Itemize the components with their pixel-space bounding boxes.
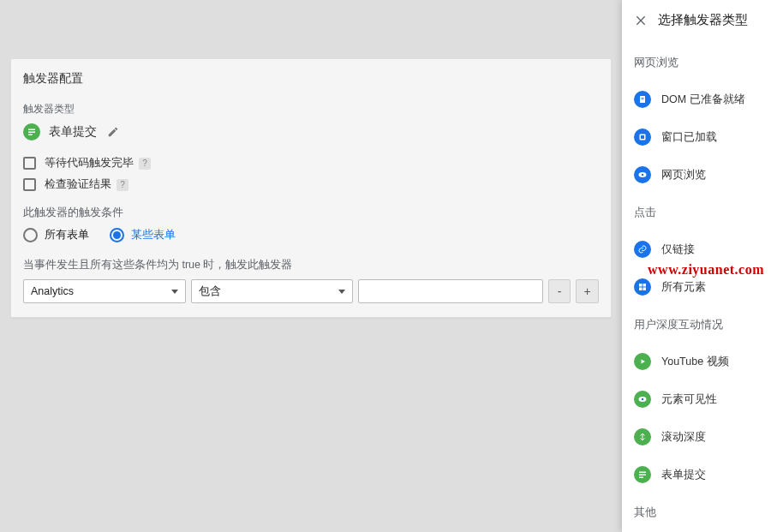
chevron-down-icon (171, 290, 178, 294)
radio-all-forms[interactable]: 所有表单 (23, 227, 89, 242)
svg-rect-13 (643, 288, 647, 291)
radio-group: 所有表单 某些表单 (23, 227, 599, 242)
wait-tags-label: 等待代码触发完毕 (45, 156, 134, 170)
panel-title: 选择触发器类型 (658, 12, 748, 28)
svg-rect-2 (28, 134, 33, 136)
main-area: 触发器配置 触发器类型 表单提交 等待代码触发完毕 ? 检查验证结果 ? 此触发… (0, 0, 622, 532)
trigger-option-youtube-video[interactable]: YouTube 视频 (634, 343, 759, 380)
svg-rect-4 (642, 98, 644, 99)
close-icon[interactable] (634, 14, 648, 27)
radio-some-forms[interactable]: 某些表单 (110, 227, 176, 242)
trigger-option-window-loaded[interactable]: 窗口已加载 (634, 118, 759, 156)
trigger-option-label: 窗口已加载 (661, 130, 717, 145)
doc-icon (634, 91, 651, 108)
value-input[interactable] (358, 279, 543, 303)
trigger-config-card: 触发器配置 触发器类型 表单提交 等待代码触发完毕 ? 检查验证结果 ? 此触发… (10, 58, 612, 318)
group-label: 网页浏览 (634, 56, 759, 70)
trigger-option-label: 所有元素 (661, 280, 706, 295)
panel-header: 选择触发器类型 (622, 0, 771, 44)
trigger-type-row: 表单提交 (23, 123, 599, 140)
help-icon[interactable]: ? (139, 158, 151, 170)
svg-rect-1 (28, 132, 35, 134)
form-icon (634, 466, 651, 483)
svg-rect-5 (642, 99, 644, 100)
trigger-option-link-only[interactable]: 仅链接 (634, 230, 759, 268)
trigger-option-form-submit[interactable]: 表单提交 (634, 456, 759, 493)
group-label: 用户深度互动情况 (634, 318, 759, 332)
trigger-option-dom-ready[interactable]: DOM 已准备就绪 (634, 81, 759, 118)
condition-header: 此触发器的触发条件 (23, 206, 599, 220)
wait-tags-checkbox-row: 等待代码触发完毕 ? (23, 156, 599, 170)
check-validation-checkbox-row: 检查验证结果 ? (23, 177, 599, 192)
svg-rect-18 (639, 477, 643, 479)
trigger-type-label: 触发器类型 (23, 102, 599, 117)
add-condition-button[interactable]: + (576, 279, 599, 303)
radio-some-forms-label: 某些表单 (131, 227, 176, 242)
wait-tags-checkbox[interactable] (23, 157, 36, 170)
panel-body: 网页浏览DOM 已准备就绪窗口已加载网页浏览点击仅链接所有元素用户深度互动情况Y… (622, 56, 771, 520)
eye-icon (634, 391, 651, 408)
trigger-option-scroll-depth[interactable]: 滚动深度 (634, 418, 759, 456)
trigger-option-page-view[interactable]: 网页浏览 (634, 156, 759, 194)
svg-point-9 (642, 174, 644, 176)
svg-rect-12 (639, 288, 642, 291)
trigger-option-label: DOM 已准备就绪 (661, 93, 745, 107)
operator-select-value: 包含 (199, 284, 221, 299)
svg-rect-10 (639, 284, 642, 287)
svg-rect-16 (639, 472, 646, 474)
variable-select-value: Analytics (31, 285, 74, 297)
eye-icon (634, 166, 651, 183)
edit-icon[interactable] (107, 126, 119, 138)
play-icon (634, 353, 651, 370)
group-label: 其他 (634, 505, 759, 520)
trigger-option-label: 元素可见性 (661, 392, 717, 407)
svg-rect-7 (641, 135, 644, 139)
svg-point-15 (642, 398, 644, 401)
form-icon (23, 123, 40, 140)
trigger-option-all-elements[interactable]: 所有元素 (634, 268, 759, 306)
trigger-type-value: 表单提交 (49, 124, 97, 140)
chevron-down-icon (338, 290, 345, 294)
radio-all-forms-label: 所有表单 (45, 227, 89, 242)
radio-icon (110, 228, 124, 242)
variable-select[interactable]: Analytics (23, 279, 186, 303)
trigger-option-label: 滚动深度 (661, 430, 706, 445)
trigger-type-panel: 选择触发器类型 网页浏览DOM 已准备就绪窗口已加载网页浏览点击仅链接所有元素用… (622, 0, 771, 532)
filter-row: Analytics 包含 - + (23, 279, 599, 303)
check-validation-label: 检查验证结果 (45, 177, 111, 192)
radio-icon (23, 228, 38, 242)
svg-rect-0 (28, 129, 35, 131)
grid-icon (634, 278, 651, 296)
box-icon (634, 129, 651, 146)
svg-rect-17 (639, 475, 646, 476)
group-label: 点击 (634, 206, 759, 220)
trigger-option-label: YouTube 视频 (661, 355, 729, 369)
trigger-option-visibility[interactable]: 元素可见性 (634, 380, 759, 418)
operator-select[interactable]: 包含 (191, 279, 352, 303)
condition-description: 当事件发生且所有这些条件均为 true 时，触发此触发器 (23, 258, 599, 272)
help-icon[interactable]: ? (117, 179, 128, 191)
scroll-icon (634, 428, 651, 445)
svg-rect-11 (643, 284, 647, 287)
trigger-option-label: 网页浏览 (661, 168, 706, 182)
check-validation-checkbox[interactable] (23, 178, 36, 191)
link-icon (634, 241, 651, 258)
remove-condition-button[interactable]: - (548, 279, 571, 303)
trigger-option-label: 表单提交 (661, 468, 706, 482)
card-title: 触发器配置 (23, 71, 599, 87)
trigger-option-label: 仅链接 (661, 242, 695, 257)
